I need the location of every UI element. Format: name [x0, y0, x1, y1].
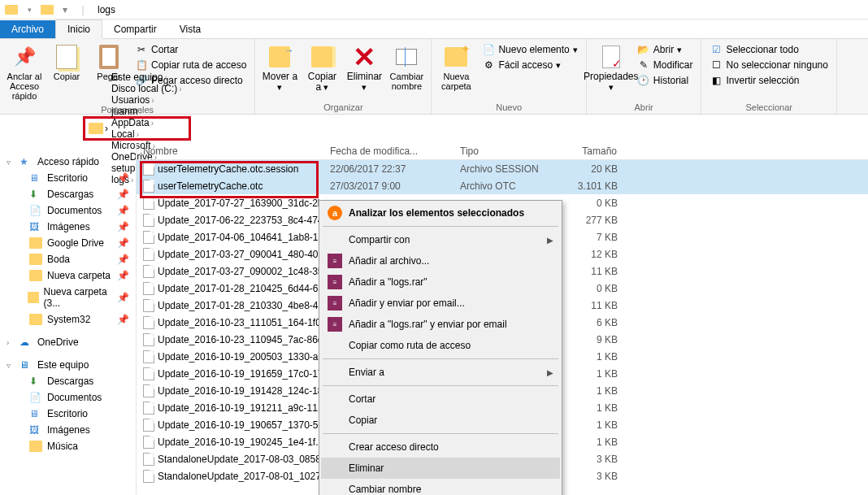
group-organize: Mover a ▾ Copiar a ▾ ✕ Eliminar ▾ Cambia…	[255, 39, 432, 114]
pin-icon: 📌	[117, 189, 129, 200]
nav-item[interactable]: 🖼Imágenes	[0, 422, 136, 438]
ctx-delete[interactable]: Eliminar	[321, 458, 560, 479]
cut-button[interactable]: ✂Cortar	[132, 42, 250, 57]
breadcrumb-segment[interactable]: Local›	[108, 128, 185, 140]
ctx-rename[interactable]: Cambiar nombre	[321, 479, 560, 495]
col-name[interactable]: Nombre	[137, 145, 323, 157]
ctx-shortcut[interactable]: Crear acceso directo	[321, 436, 560, 458]
quick-access-toolbar: ▾ ▾ |	[3, 2, 91, 18]
separator	[323, 226, 558, 227]
tab-file[interactable]: Archivo	[0, 20, 55, 38]
ctx-copy[interactable]: Copiar	[321, 410, 560, 431]
edit-icon: ✎	[637, 59, 650, 72]
chevron-right-icon: ›	[151, 96, 154, 105]
ctx-add-email[interactable]: ≡Añadir y enviar por email...	[321, 293, 560, 314]
context-menu: aAnalizar los elementos seleccionados Co…	[319, 200, 562, 495]
nav-item[interactable]: Boda📌	[0, 251, 136, 267]
chevron-right-icon: ›	[137, 130, 139, 139]
ctx-add-logs[interactable]: ≡Añadir a "logs.rar"	[321, 271, 560, 293]
copy-icon	[56, 45, 77, 69]
copy-path-button[interactable]: 📋Copiar ruta de acceso	[132, 58, 250, 72]
nav-item[interactable]: 🖥Escritorio	[0, 406, 136, 422]
file-row[interactable]: userTelemetryCache.otc.session22/06/2017…	[137, 160, 868, 177]
ctx-share-with[interactable]: Compartir con▶	[321, 229, 560, 250]
tab-view[interactable]: Vista	[168, 20, 212, 38]
group-new: Nueva carpeta 📄Nuevo elemento ▾ ⚙Fácil a…	[432, 39, 586, 114]
tab-home[interactable]: Inicio	[55, 20, 102, 39]
easy-access-button[interactable]: ⚙Fácil acceso ▾	[479, 58, 580, 72]
rename-button[interactable]: Cambiar nombre	[387, 41, 426, 94]
navigation-pane[interactable]: ▿★Acceso rápido 🖥Escritorio📌⬇Descargas📌📄…	[0, 142, 137, 495]
cloud-icon: ☁	[20, 337, 33, 348]
ctx-add-logs-email[interactable]: ≡Añadir a "logs.rar" y enviar por email	[321, 314, 560, 335]
ctx-add-archive[interactable]: ≡Añadir al archivo...	[321, 250, 560, 271]
nav-quick-access[interactable]: ▿★Acceso rápido	[0, 154, 136, 170]
nav-item[interactable]: ⬇Descargas📌	[0, 186, 136, 202]
col-size[interactable]: Tamaño	[559, 145, 624, 157]
pin-quick-access-button[interactable]: 📌 Anclar al Acceso rápido	[5, 41, 44, 104]
select-all-button[interactable]: ☑Seleccionar todo	[706, 42, 831, 57]
select-all-icon: ☑	[710, 43, 723, 56]
open-button[interactable]: 📂Abrir ▾	[634, 42, 697, 57]
nav-item[interactable]: System32📌	[0, 311, 136, 328]
select-none-button[interactable]: ☐No seleccionar ninguno	[706, 58, 831, 72]
ctx-cut[interactable]: Cortar	[321, 389, 560, 410]
folder-icon: 📄	[29, 205, 42, 216]
invert-selection-button[interactable]: ◧Invertir selección	[706, 73, 831, 88]
file-icon	[143, 350, 154, 363]
breadcrumb-segment[interactable]: Este equipo›	[108, 72, 185, 83]
nav-item[interactable]: 🖼Imágenes📌	[0, 219, 136, 235]
qat-overflow-icon[interactable]: ▾	[57, 2, 73, 18]
nav-item[interactable]: 🖥Escritorio📌	[0, 170, 136, 186]
folder-icon	[28, 292, 38, 303]
cut-icon: ✂	[135, 43, 148, 56]
pin-icon: 📌	[117, 270, 129, 281]
col-type[interactable]: Tipo	[454, 145, 559, 157]
breadcrumb[interactable]: › Este equipo›Disco local (C:)›Usuarios›…	[83, 116, 191, 141]
new-folder-button[interactable]: Nueva carpeta	[436, 41, 475, 94]
nav-item[interactable]: Google Drive📌	[0, 235, 136, 251]
tab-share[interactable]: Compartir	[102, 20, 168, 38]
delete-button[interactable]: ✕ Eliminar ▾	[345, 41, 384, 95]
select-none-icon: ☐	[710, 59, 723, 72]
edit-button[interactable]: ✎Modificar	[634, 58, 697, 72]
nav-item[interactable]: ⬇Descargas	[0, 373, 136, 389]
file-row[interactable]: userTelemetryCache.otc27/03/2017 9:00Arc…	[137, 177, 868, 194]
breadcrumb-segment[interactable]: Disco local (C:)›	[108, 83, 185, 94]
breadcrumb-segment[interactable]: AppData›	[108, 117, 185, 128]
column-headers[interactable]: Nombre Fecha de modifica... Tipo Tamaño	[137, 142, 868, 160]
file-icon	[143, 197, 154, 210]
open-icon: 📂	[637, 43, 650, 56]
chevron-right-icon: ›	[140, 107, 142, 116]
nav-item[interactable]: 📄Documentos📌	[0, 202, 136, 219]
separator: |	[75, 2, 91, 18]
col-date[interactable]: Fecha de modifica...	[323, 145, 454, 157]
group-open: Propiedades ▾ 📂Abrir ▾ ✎Modificar 🕑Histo…	[587, 39, 702, 114]
new-item-button[interactable]: 📄Nuevo elemento ▾	[479, 42, 580, 57]
separator	[323, 433, 558, 434]
history-button[interactable]: 🕑Historial	[634, 73, 697, 88]
invert-icon: ◧	[710, 74, 723, 87]
ctx-send-to[interactable]: Enviar a▶	[321, 362, 560, 383]
ctx-analyze[interactable]: aAnalizar los elementos seleccionados	[321, 202, 560, 224]
star-icon: ★	[20, 156, 33, 167]
paste-icon	[99, 45, 119, 69]
breadcrumb-segment[interactable]: juanm›	[108, 106, 185, 117]
nav-item[interactable]: Música	[0, 438, 136, 454]
winrar-icon: ≡	[328, 254, 342, 268]
nav-this-pc[interactable]: ▿🖥Este equipo	[0, 357, 136, 373]
move-to-button[interactable]: Mover a ▾	[260, 41, 299, 95]
qat-down-icon[interactable]: ▾	[21, 2, 37, 18]
properties-button[interactable]: Propiedades ▾	[592, 41, 631, 95]
copy-to-button[interactable]: Copiar a ▾	[302, 41, 341, 96]
ctx-copy-path[interactable]: Copiar como ruta de acceso	[321, 335, 560, 356]
nav-item[interactable]: Nueva carpeta (3...📌	[0, 284, 136, 311]
nav-onedrive[interactable]: ›☁OneDrive	[0, 334, 136, 350]
nav-item[interactable]: 📄Documentos	[0, 389, 136, 406]
breadcrumb-segment[interactable]: Usuarios›	[108, 94, 185, 106]
copy-button[interactable]: Copiar	[47, 41, 86, 85]
folder-icon[interactable]	[39, 2, 55, 18]
winrar-icon: ≡	[328, 296, 342, 310]
nav-item[interactable]: Nueva carpeta📌	[0, 267, 136, 284]
chevron-right-icon: ▶	[547, 236, 553, 245]
